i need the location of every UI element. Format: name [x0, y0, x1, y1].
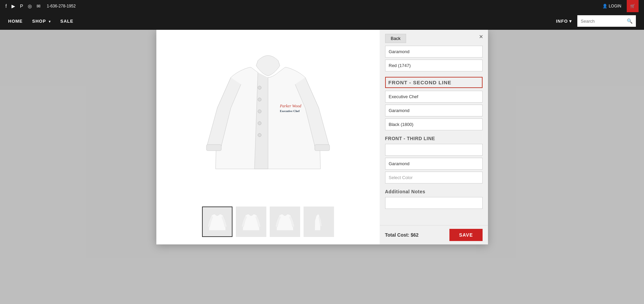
close-button[interactable]: × [479, 33, 483, 40]
product-modal: × [156, 30, 488, 244]
top-bar-right: 👤 LOGIN 🛒 [602, 0, 639, 12]
thumbnail-4[interactable] [304, 207, 334, 237]
front-third-line-text[interactable] [385, 144, 483, 156]
svg-text:Executive Chef: Executive Chef [280, 109, 300, 113]
phone-number: 1-636-278-1952 [47, 4, 75, 8]
svg-text:Parker Wood: Parker Wood [280, 104, 302, 108]
front-third-line-header: FRONT - THIRD LINE [385, 136, 483, 141]
save-button[interactable]: SAVE [449, 229, 482, 241]
facebook-icon[interactable]: f [5, 3, 7, 9]
svg-rect-1 [315, 145, 330, 151]
thumbnail-2[interactable] [236, 207, 266, 237]
chef-coat-svg: Parker Wood Executive Chef [197, 40, 339, 189]
page-content: × [0, 30, 644, 304]
search-input[interactable] [581, 19, 625, 24]
total-cost: Total Cost: $62 [385, 232, 419, 238]
svg-point-5 [258, 122, 261, 125]
chef-coat-display: Parker Wood Executive Chef [197, 40, 339, 196]
thumb-svg-3 [273, 210, 297, 234]
form-header: Back [380, 30, 488, 46]
back-button[interactable]: Back [385, 34, 406, 43]
nav-sale[interactable]: SALE [60, 19, 73, 24]
shop-chevron: ▾ [49, 20, 51, 23]
search-icon: 🔍 [627, 18, 632, 24]
email-icon[interactable]: ✉ [37, 3, 41, 9]
svg-point-2 [258, 86, 261, 89]
front-third-line-font[interactable] [385, 158, 483, 170]
info-chevron: ▾ [569, 19, 572, 24]
front-first-line-color[interactable] [385, 60, 483, 71]
nav-right: INFO ▾ 🔍 [556, 15, 636, 27]
thumbnail-strip [202, 204, 334, 239]
product-main-image: Parker Wood Executive Chef [180, 35, 356, 201]
instagram-icon[interactable]: ◎ [28, 3, 32, 9]
search-box[interactable]: 🔍 [577, 15, 636, 27]
cart-button[interactable]: 🛒 [627, 0, 639, 12]
front-second-line-color[interactable] [385, 118, 483, 130]
pinterest-icon[interactable]: P [20, 3, 23, 9]
svg-point-3 [258, 98, 261, 101]
modal-overlay: × [0, 30, 644, 304]
top-bar: f ▶ P ◎ ✉ 1-636-278-1952 👤 LOGIN 🛒 [0, 0, 644, 12]
front-second-line-font[interactable] [385, 105, 483, 116]
nav-info[interactable]: INFO ▾ [556, 19, 572, 24]
svg-rect-0 [206, 145, 221, 151]
nav-shop[interactable]: SHOP ▾ [32, 19, 51, 24]
cart-icon: 🛒 [630, 4, 635, 8]
form-scrollable[interactable]: FRONT - SECOND LINE FRONT - THIRD LINE A… [380, 46, 488, 225]
front-third-line-color[interactable] [385, 172, 483, 183]
front-second-line-header: FRONT - SECOND LINE [385, 77, 483, 88]
front-second-line-text[interactable] [385, 91, 483, 103]
svg-point-4 [258, 110, 261, 113]
youtube-icon[interactable]: ▶ [12, 3, 15, 9]
thumbnail-1[interactable] [202, 207, 232, 237]
form-panel: Back FRONT - SECOND LINE FRONT - T [380, 30, 488, 244]
user-icon: 👤 [602, 4, 607, 8]
additional-notes-label: Additional Notes [385, 189, 483, 194]
svg-point-6 [258, 133, 261, 137]
form-footer: Total Cost: $62 SAVE [380, 225, 488, 244]
front-first-line-font[interactable] [385, 46, 483, 58]
thumb-svg-2 [239, 210, 263, 234]
login-button[interactable]: 👤 LOGIN [602, 4, 621, 8]
thumb-svg-1 [205, 210, 229, 234]
nav-home[interactable]: HOME [8, 19, 23, 24]
thumb-svg-4 [307, 210, 331, 234]
nav-bar: HOME SHOP ▾ SALE INFO ▾ 🔍 [0, 12, 644, 30]
additional-notes-input[interactable] [385, 197, 483, 209]
thumbnail-3[interactable] [270, 207, 300, 237]
product-panel: Parker Wood Executive Chef [156, 30, 380, 244]
